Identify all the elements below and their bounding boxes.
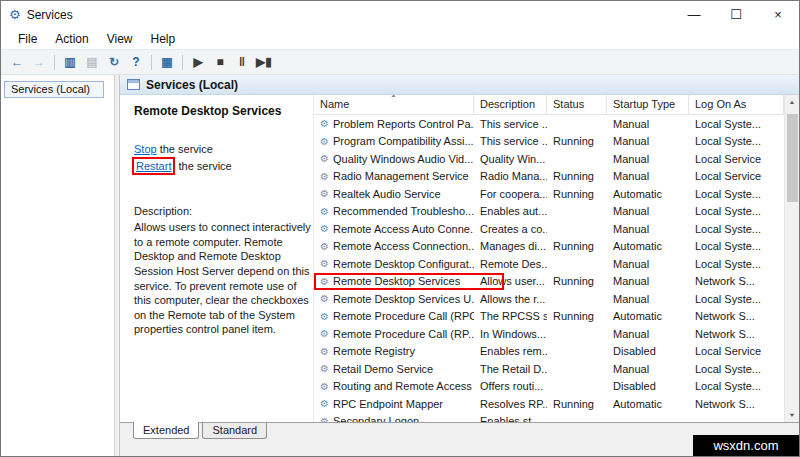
- forward-icon: →: [28, 52, 50, 72]
- cell-name: ⚙Routing and Remote Access: [314, 378, 474, 396]
- cell-description: Quality Win...: [474, 150, 547, 168]
- cell-name: ⚙Problem Reports Control Pa...: [314, 115, 474, 133]
- watermark: wsxdn.com: [693, 435, 799, 456]
- service-name-label: Remote Desktop Configurat...: [333, 258, 474, 270]
- column-header-log-on-as[interactable]: Log On As: [689, 95, 784, 114]
- table-row[interactable]: ⚙Retail Demo ServiceThe Retail D...Manua…: [314, 360, 784, 378]
- stop-service-icon[interactable]: ■: [209, 52, 231, 72]
- table-row[interactable]: ⚙Remote Desktop Configurat...Remote Des.…: [314, 255, 784, 273]
- menu-item-view[interactable]: View: [98, 32, 142, 46]
- table-row[interactable]: ⚙Remote RegistryEnables rem...DisabledLo…: [314, 343, 784, 361]
- column-header-startup-type[interactable]: Startup Type: [607, 95, 689, 114]
- service-gear-icon: ⚙: [320, 171, 329, 182]
- tab-standard[interactable]: Standard: [202, 423, 267, 439]
- cell-name: ⚙Remote Desktop Services: [314, 273, 474, 291]
- cell-name: ⚙Remote Procedure Call (RPC): [314, 308, 474, 326]
- stop-service-line: Stop the service: [134, 142, 305, 156]
- cell-status: [547, 343, 607, 361]
- cell-description: The Retail D...: [474, 360, 547, 378]
- back-icon[interactable]: ←: [6, 52, 28, 72]
- cell-status: Running: [547, 185, 607, 203]
- cell-log-on-as: Local Syste...: [689, 360, 784, 378]
- table-row[interactable]: ⚙Secondary LogonEnables st...: [314, 413, 784, 423]
- column-header-label: Status: [553, 98, 584, 110]
- column-header-description[interactable]: Description: [474, 95, 547, 114]
- scroll-down-icon[interactable]: ▼: [785, 409, 800, 420]
- cell-description: Enables st...: [474, 413, 547, 423]
- content-area: Services (Local) Services (Local) Remote…: [1, 75, 799, 456]
- maximize-button[interactable]: ☐: [715, 1, 757, 28]
- cell-startup-type: Manual: [607, 168, 689, 186]
- table-row[interactable]: ⚙Remote Desktop Services U...Allows the …: [314, 290, 784, 308]
- extended-view-icon[interactable]: ▦: [156, 52, 178, 72]
- scrollbar-thumb[interactable]: [787, 114, 798, 202]
- table-row[interactable]: ⚙Remote Desktop ServicesAllows user...Ru…: [314, 273, 784, 291]
- table-row[interactable]: ⚙Radio Management ServiceRadio Mana...Ru…: [314, 168, 784, 186]
- menu-item-file[interactable]: File: [9, 32, 46, 46]
- scroll-up-icon[interactable]: ▲: [785, 96, 800, 107]
- table-row[interactable]: ⚙Program Compatibility Assi...This servi…: [314, 133, 784, 151]
- cell-description: Offers routi...: [474, 378, 547, 396]
- column-header-label: Log On As: [695, 98, 746, 110]
- service-name-label: Remote Access Connection...: [333, 240, 474, 252]
- cell-name: ⚙Remote Procedure Call (RP...: [314, 325, 474, 343]
- table-row[interactable]: ⚙Realtek Audio ServiceFor coopera...Runn…: [314, 185, 784, 203]
- cell-startup-type: Automatic: [607, 395, 689, 413]
- cell-status: [547, 378, 607, 396]
- stop-service-link[interactable]: Stop: [134, 143, 157, 155]
- service-name-label: Remote Registry: [333, 345, 415, 357]
- column-header-name[interactable]: Name▲: [314, 95, 474, 114]
- toolbar: ←→▥▤↻?▦▶■‖▶▮: [1, 49, 799, 75]
- services-list-pane: Name▲DescriptionStatusStartup TypeLog On…: [313, 95, 784, 422]
- cell-description: This service ...: [474, 115, 547, 133]
- table-row[interactable]: ⚙Remote Access Connection...Manages di..…: [314, 238, 784, 256]
- sort-ascending-icon: ▲: [390, 95, 397, 98]
- table-row[interactable]: ⚙Recommended Troublesho...Enables aut...…: [314, 203, 784, 221]
- tab-extended[interactable]: Extended: [133, 422, 199, 439]
- vertical-scrollbar[interactable]: ▲ ▼: [784, 95, 799, 422]
- minimize-button[interactable]: —: [673, 1, 715, 28]
- cell-status: [547, 360, 607, 378]
- restart-service-link[interactable]: Restart: [136, 160, 171, 172]
- help-icon[interactable]: ?: [125, 52, 147, 72]
- table-row[interactable]: ⚙Remote Procedure Call (RP...In Windows.…: [314, 325, 784, 343]
- toolbar-separator: [54, 55, 55, 70]
- service-name-label: Program Compatibility Assi...: [333, 135, 474, 147]
- service-gear-icon: ⚙: [320, 153, 329, 164]
- start-service-icon[interactable]: ▶: [187, 52, 209, 72]
- cell-startup-type: Manual: [607, 255, 689, 273]
- cell-log-on-as: Local Syste...: [689, 238, 784, 256]
- service-gear-icon: ⚙: [320, 416, 329, 422]
- services-window: ⚙ Services — ☐ × FileActionViewHelp ←→▥▤…: [0, 0, 800, 457]
- window-title: Services: [27, 8, 73, 22]
- cell-status: Running: [547, 308, 607, 326]
- table-row[interactable]: ⚙RPC Endpoint MapperResolves RP...Runnin…: [314, 395, 784, 413]
- console-window-icon[interactable]: ▥: [59, 52, 81, 72]
- menu-item-action[interactable]: Action: [46, 32, 97, 46]
- restart-service-line: Restart the service: [134, 157, 305, 175]
- column-header-status[interactable]: Status: [547, 95, 607, 114]
- table-row[interactable]: ⚙Routing and Remote AccessOffers routi..…: [314, 378, 784, 396]
- pause-service-icon[interactable]: ‖: [231, 52, 253, 72]
- close-button[interactable]: ×: [757, 1, 799, 28]
- refresh-icon[interactable]: ↻: [103, 52, 125, 72]
- table-row[interactable]: ⚙Remote Procedure Call (RPC)The RPCSS s.…: [314, 308, 784, 326]
- service-gear-icon: ⚙: [320, 276, 329, 287]
- table-row[interactable]: ⚙Quality Windows Audio Vid...Quality Win…: [314, 150, 784, 168]
- restart-service-icon[interactable]: ▶▮: [253, 52, 275, 72]
- table-row[interactable]: ⚙Problem Reports Control Pa...This servi…: [314, 115, 784, 133]
- service-name-label: Quality Windows Audio Vid...: [333, 153, 473, 165]
- export-list-icon: ▤: [81, 52, 103, 72]
- cell-name: ⚙Remote Access Connection...: [314, 238, 474, 256]
- cell-name: ⚙Quality Windows Audio Vid...: [314, 150, 474, 168]
- cell-status: Running: [547, 395, 607, 413]
- table-row[interactable]: ⚙Remote Access Auto Conne...Creates a co…: [314, 220, 784, 238]
- column-header-label: Name: [320, 98, 349, 110]
- cell-startup-type: Manual: [607, 150, 689, 168]
- list-rows: ⚙Problem Reports Control Pa...This servi…: [314, 115, 784, 422]
- description-label: Description:: [134, 205, 305, 217]
- cell-startup-type: Manual: [607, 220, 689, 238]
- menu-item-help[interactable]: Help: [142, 32, 185, 46]
- tree-item-services-local[interactable]: Services (Local): [4, 81, 104, 98]
- cell-startup-type: Manual: [607, 203, 689, 221]
